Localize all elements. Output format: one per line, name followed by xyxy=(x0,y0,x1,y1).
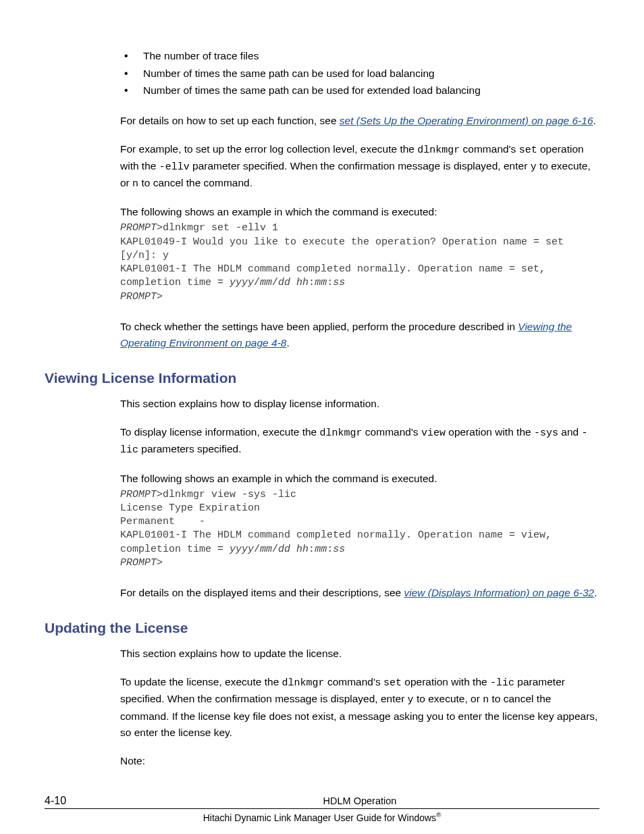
code-italic: PROMPT xyxy=(120,489,157,500)
code-italic: ss xyxy=(333,277,345,288)
text: Hitachi Dynamic Link Manager User Guide … xyxy=(203,812,436,823)
code-italic: mm xyxy=(260,277,272,288)
code-italic: dd hh xyxy=(278,544,308,555)
code-italic: mm xyxy=(315,277,327,288)
code-italic: PROMPT xyxy=(120,557,157,569)
code-inline: dlnkmgr xyxy=(282,677,325,689)
code-block: PROMPT>dlnkmgr view -sys -lic License Ty… xyxy=(120,488,599,571)
paragraph: To display license information, execute … xyxy=(120,424,599,459)
page-number: 4-10 xyxy=(45,795,120,807)
paragraph: To check whether the settings have been … xyxy=(120,319,599,351)
text: command's xyxy=(325,676,383,687)
code-text: > xyxy=(157,291,163,303)
code-inline: -ellv xyxy=(159,161,190,173)
code-italic: yyyy xyxy=(230,277,254,288)
text: For details on the displayed items and t… xyxy=(120,587,404,598)
cross-reference-link[interactable]: set (Sets Up the Operating Environment) … xyxy=(340,115,593,126)
text: command's xyxy=(460,143,518,155)
text: To update the license, execute the xyxy=(120,676,282,687)
text: . xyxy=(594,587,597,598)
section-heading: Viewing License Information xyxy=(45,370,599,386)
code-block: PROMPT>dlnkmgr set -ellv 1 KAPL01049-I W… xyxy=(120,221,599,304)
text: to cancel the command. xyxy=(138,177,252,188)
code-text: : xyxy=(308,277,315,288)
text: parameters specified. xyxy=(138,443,242,454)
text: operation with the xyxy=(402,676,490,687)
bullet-item: The number of trace files xyxy=(120,47,599,65)
paragraph: The following shows an example in which … xyxy=(120,204,599,220)
code-inline: set xyxy=(519,145,537,156)
paragraph: The following shows an example in which … xyxy=(120,471,599,487)
code-italic: PROMPT xyxy=(120,291,157,303)
code-inline: y xyxy=(531,161,537,173)
cross-reference-link[interactable]: view (Displays Information) on page 6-32 xyxy=(404,587,594,598)
bullet-list: The number of trace files Number of time… xyxy=(120,47,599,99)
text: To check whether the settings have been … xyxy=(120,321,518,332)
text: To display license information, execute … xyxy=(120,426,320,438)
code-inline: y xyxy=(408,694,414,706)
code-text: Permanent - xyxy=(120,516,205,527)
code-text: / xyxy=(272,544,278,555)
paragraph: This section explains how to display lic… xyxy=(120,396,599,412)
text: . xyxy=(593,115,596,126)
text: command's xyxy=(363,426,421,438)
code-text: : xyxy=(327,277,333,288)
code-text: : xyxy=(327,544,333,555)
code-inline: -sys xyxy=(534,427,558,439)
text: For details on how to set up each functi… xyxy=(120,115,340,126)
code-inline: dlnkmgr xyxy=(320,427,363,439)
paragraph: To update the license, execute the dlnkm… xyxy=(120,674,599,741)
text: parameter specified. When the confirmati… xyxy=(190,160,531,172)
code-text: / xyxy=(272,277,278,288)
code-italic: mm xyxy=(315,544,327,555)
code-italic: mm xyxy=(260,544,272,555)
code-inline: set xyxy=(383,677,402,689)
paragraph: For example, to set up the error log col… xyxy=(120,141,599,192)
text: and xyxy=(558,426,581,438)
text: For example, to set up the error log col… xyxy=(120,143,417,155)
section-heading: Updating the License xyxy=(45,620,599,636)
bullet-item: Number of times the same path can be use… xyxy=(120,82,599,99)
code-text: > xyxy=(157,557,163,569)
code-italic: dd hh xyxy=(278,277,308,288)
code-inline: dlnkmgr xyxy=(417,145,460,156)
code-italic: yyyy xyxy=(230,544,254,555)
code-inline: view xyxy=(421,427,446,439)
code-inline: -lic xyxy=(490,677,514,689)
text: . xyxy=(286,337,289,348)
paragraph: For details on the displayed items and t… xyxy=(120,585,599,601)
footer-book-title: Hitachi Dynamic Link Manager User Guide … xyxy=(45,811,599,823)
footer-section-title: HDLM Operation xyxy=(120,796,599,806)
code-text: >dlnkmgr view -sys -lic xyxy=(157,489,296,500)
code-italic: PROMPT xyxy=(120,222,157,234)
code-text: / xyxy=(254,544,260,555)
text: to execute, or xyxy=(414,693,483,704)
paragraph: Note: xyxy=(120,753,599,769)
paragraph: This section explains how to update the … xyxy=(120,646,599,662)
code-text: >dlnkmgr set -ellv 1 xyxy=(157,222,278,234)
code-text: KAPL01049-I Would you like to execute th… xyxy=(120,236,570,261)
code-inline: n xyxy=(483,694,489,706)
code-text: / xyxy=(254,277,260,288)
code-inline: n xyxy=(132,178,138,190)
text: operation with the xyxy=(446,426,534,438)
code-text: : xyxy=(308,544,315,555)
code-italic: ss xyxy=(333,544,345,555)
bullet-item: Number of times the same path can be use… xyxy=(120,65,599,82)
registered-mark: ® xyxy=(436,811,441,818)
code-text: License Type Expiration xyxy=(120,502,260,514)
page-footer: 4-10 HDLM Operation Hitachi Dynamic Link… xyxy=(0,795,644,834)
paragraph: For details on how to set up each functi… xyxy=(120,113,599,129)
